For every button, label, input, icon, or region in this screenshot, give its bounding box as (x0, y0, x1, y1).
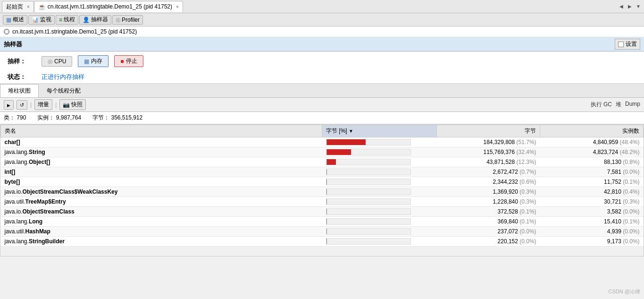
monitor-label: 监视 (40, 16, 51, 24)
tab-process[interactable]: ☕ cn.itcast.jvm.t1.stringtable.Demo1_25 … (34, 1, 183, 12)
cell-instances: 7,581 (0.0%) (540, 167, 644, 177)
tab-perthread[interactable]: 每个线程分配 (39, 84, 89, 97)
memory-sample-button[interactable]: ▦ 内存 (78, 55, 109, 67)
table-row[interactable]: byte[] 2,344,232 (0.6%) 11,752 (0.1%) (1, 177, 644, 187)
cell-bytes: 372,528 (0.1%) (437, 207, 540, 217)
cell-classname: java.lang.StringBuilder (1, 237, 322, 247)
threads-icon: ≡ (59, 17, 62, 23)
class-count: 790 (17, 114, 26, 121)
table-row[interactable]: java.lang.Long 369,840 (0.1%) 15,410 (0.… (1, 217, 644, 227)
table-row[interactable]: java.lang.Object[] 43,871,528 (12.3%) 88… (1, 157, 644, 167)
cell-classname: int[] (1, 167, 322, 177)
cell-classname: java.io.ObjectStreamClass (1, 207, 322, 217)
data-table: 类名 字节 [%] ▼ 字节 实例数 char[] (0, 125, 644, 247)
table-row[interactable]: java.io.ObjectStreamClass 372,528 (0.1%)… (1, 207, 644, 217)
increase-label: 增量 (38, 101, 49, 109)
toolbar-monitor[interactable]: 📊 监视 (28, 15, 55, 25)
cpu-btn-icon: ◎ (48, 58, 52, 65)
cell-bar (322, 187, 437, 197)
sampler-title: 抽样器 (4, 40, 22, 49)
table-row[interactable]: java.io.ObjectStreamClass$WeakClassKey 1… (1, 187, 644, 197)
instance-count: 9,987,764 (56, 114, 81, 121)
toolbar-overview[interactable]: ▦ 概述 (3, 15, 27, 25)
table-row[interactable]: java.util.TreeMap$Entry 1,228,840 (0.3%)… (1, 197, 644, 207)
monitor-icon: 📊 (32, 17, 39, 23)
cell-classname: java.util.HashMap (1, 227, 322, 237)
status-text: 正进行内存抽样 (42, 73, 84, 81)
tab-start-close[interactable]: × (27, 4, 30, 9)
sub-tabs: 堆柱状图 每个线程分配 (0, 84, 644, 98)
overview-icon: ▦ (6, 17, 11, 23)
table-row[interactable]: char[] 184,329,808 (51.7%) 4,840,959 (48… (1, 137, 644, 147)
stop-btn-label: 停止 (126, 57, 137, 65)
snapshot-button[interactable]: 📷 快照 (59, 99, 86, 110)
table-container[interactable]: 类名 字节 [%] ▼ 字节 实例数 char[] (0, 124, 644, 256)
cell-bar (322, 177, 437, 187)
cell-classname: java.lang.Object[] (1, 157, 322, 167)
stats-bar: 类： 790 实例： 9,987,764 字节： 356,515,912 (0, 112, 644, 124)
memory-btn-label: 内存 (91, 57, 102, 65)
tab-process-close[interactable]: × (176, 4, 179, 9)
cell-bytes: 369,840 (0.1%) (437, 217, 540, 227)
table-row[interactable]: java.util.HashMap 237,072 (0.0%) 4,939 (… (1, 227, 644, 237)
cell-bytes: 2,672,472 (0.7%) (437, 167, 540, 177)
cpu-btn-label: CPU (54, 58, 66, 65)
tab-start[interactable]: 起始页 × (2, 1, 34, 12)
toolbar-threads[interactable]: ≡ 线程 (56, 15, 78, 25)
settings-button[interactable]: 设置 (615, 39, 640, 50)
action-separator2: | (55, 102, 57, 108)
cell-bytes: 115,769,376 (32.4%) (437, 147, 540, 157)
play-icon (7, 102, 10, 108)
play-button[interactable] (4, 100, 14, 110)
nav-left[interactable]: ◀ (618, 3, 625, 10)
tab-process-label: cn.itcast.jvm.t1.stringtable.Demo1_25 (p… (48, 3, 172, 10)
settings-checkbox[interactable] (618, 42, 624, 47)
table-row[interactable]: java.lang.String 115,769,376 (32.4%) 4,8… (1, 147, 644, 157)
table-row[interactable]: java.lang.StringBuilder 220,152 (0.0%) 9… (1, 237, 644, 247)
stop-btn-icon: ■ (120, 58, 124, 65)
refresh-icon (20, 102, 24, 108)
increase-button[interactable]: 增量 (34, 99, 52, 110)
col-bytes[interactable]: 字节 (437, 125, 540, 137)
cpu-sample-button[interactable]: ◎ CPU (42, 56, 72, 67)
col-bytes-bar[interactable]: 字节 [%] ▼ (322, 125, 437, 137)
process-tab-icon: ☕ (38, 3, 46, 10)
profiler-icon: ◎ (116, 17, 120, 23)
sampler-icon: 👤 (83, 17, 90, 23)
col-instances[interactable]: 实例数 (540, 125, 644, 137)
cell-instances: 11,752 (0.1%) (540, 177, 644, 187)
cell-bar (322, 237, 437, 247)
cell-bytes: 220,152 (0.0%) (437, 237, 540, 247)
action-bar: | 增量 | 📷 快照 执行 GC 堆 Dump (0, 98, 644, 112)
table-row[interactable]: int[] 2,672,472 (0.7%) 7,581 (0.0%) (1, 167, 644, 177)
nav-menu[interactable]: ▼ (635, 3, 642, 10)
stop-sample-button[interactable]: ■ 停止 (114, 55, 143, 67)
cell-bar (322, 137, 437, 147)
bytes-label: 字节： 356,515,912 (92, 114, 142, 122)
cell-instances: 15,410 (0.1%) (540, 217, 644, 227)
cell-classname: java.lang.String (1, 147, 322, 157)
gc-link[interactable]: 执行 GC (591, 101, 612, 109)
toolbar: ▦ 概述 📊 监视 ≡ 线程 👤 抽样器 ◎ Profiler (0, 13, 644, 26)
cell-instances: 42,810 (0.4%) (540, 187, 644, 197)
cell-instances: 3,582 (0.0%) (540, 207, 644, 217)
toolbar-profiler[interactable]: ◎ Profiler (112, 15, 143, 25)
tab-heap[interactable]: 堆柱状图 (0, 84, 39, 97)
dump-link[interactable]: Dump (625, 101, 640, 109)
process-status-icon (4, 29, 9, 34)
cell-classname: java.util.TreeMap$Entry (1, 197, 322, 207)
toolbar-sampler[interactable]: 👤 抽样器 (79, 15, 111, 25)
bytes-count: 356,515,912 (111, 114, 142, 121)
tab-perthread-label: 每个线程分配 (47, 87, 81, 94)
heap-link[interactable]: 堆 (616, 101, 621, 109)
cell-bytes: 43,871,528 (12.3%) (437, 157, 540, 167)
threads-label: 线程 (64, 16, 75, 24)
nav-right[interactable]: ▶ (626, 3, 634, 10)
cell-instances: 4,840,959 (48.4%) (540, 137, 644, 147)
col-classname[interactable]: 类名 (1, 125, 322, 137)
sort-arrow-icon: ▼ (349, 128, 353, 134)
cell-classname: java.io.ObjectStreamClass$WeakClassKey (1, 187, 322, 197)
cell-bar (322, 147, 437, 157)
refresh-button[interactable] (17, 100, 27, 110)
cell-bytes: 1,369,920 (0.3%) (437, 187, 540, 197)
